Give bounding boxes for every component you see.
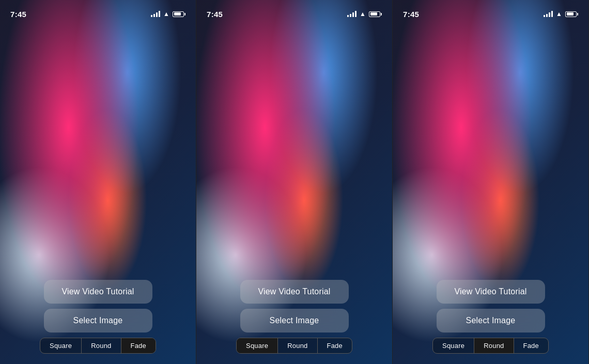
segment-control-1: Square Round Fade — [40, 338, 156, 354]
segment-square-3[interactable]: Square — [433, 338, 474, 353]
segment-square-1[interactable]: Square — [40, 338, 81, 353]
status-bar-3: 7:45 ▲ — [393, 0, 588, 23]
status-icons-3: ▲ — [544, 10, 578, 18]
battery-icon-1 — [173, 11, 185, 17]
status-icons-2: ▲ — [347, 10, 382, 18]
time-2: 7:45 — [207, 10, 223, 19]
signal-icon-3 — [544, 11, 553, 17]
segment-fade-1[interactable]: Fade — [121, 338, 156, 353]
bottom-ui-2: View Video Tutorial Select Image Square … — [196, 280, 392, 364]
tutorial-button-3[interactable]: View Video Tutorial — [437, 280, 545, 304]
segment-fade-2[interactable]: Fade — [318, 338, 352, 353]
segment-square-2[interactable]: Square — [237, 338, 277, 353]
segment-round-2[interactable]: Round — [278, 338, 317, 353]
tutorial-button-2[interactable]: View Video Tutorial — [240, 280, 349, 304]
time-1: 7:45 — [10, 10, 26, 19]
segment-round-1[interactable]: Round — [82, 338, 120, 353]
signal-icon-2 — [347, 11, 357, 17]
battery-icon-2 — [369, 11, 382, 17]
signal-icon-1 — [151, 11, 160, 17]
phone-3: 7:45 ▲ View Video Tutorial Select Image … — [393, 0, 589, 364]
phone-2: 7:45 ▲ View Video Tutorial Select Image … — [196, 0, 393, 364]
bottom-ui-3: View Video Tutorial Select Image Square … — [393, 280, 588, 364]
select-button-3[interactable]: Select Image — [437, 309, 545, 333]
status-bar-2: 7:45 ▲ — [196, 0, 392, 23]
tutorial-button-1[interactable]: View Video Tutorial — [44, 280, 152, 304]
segment-fade-3[interactable]: Fade — [514, 338, 548, 353]
status-bar-1: 7:45 ▲ — [0, 0, 196, 23]
wifi-icon-1: ▲ — [163, 10, 169, 18]
select-button-2[interactable]: Select Image — [240, 309, 349, 333]
bottom-ui-1: View Video Tutorial Select Image Square … — [0, 280, 196, 364]
battery-icon-3 — [565, 11, 578, 17]
phone-1: 7:45 ▲ View Video Tutorial Select Image … — [0, 0, 196, 364]
wifi-icon-2: ▲ — [360, 10, 366, 18]
status-icons-1: ▲ — [151, 10, 185, 18]
segment-control-3: Square Round Fade — [432, 338, 549, 354]
select-button-1[interactable]: Select Image — [44, 309, 152, 333]
time-3: 7:45 — [403, 10, 419, 19]
segment-round-3[interactable]: Round — [474, 338, 513, 353]
segment-control-2: Square Round Fade — [236, 338, 352, 354]
wifi-icon-3: ▲ — [556, 10, 562, 18]
